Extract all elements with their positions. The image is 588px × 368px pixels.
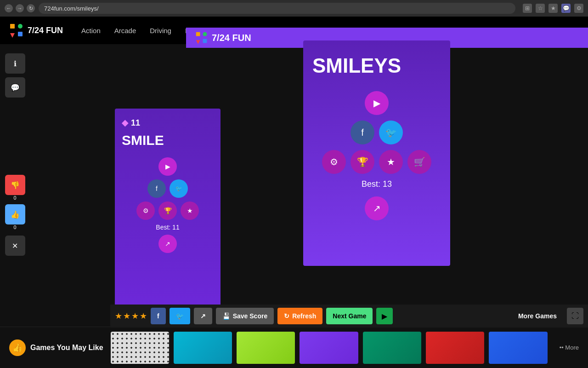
action-row-big: ⚙ 🏆 ★ 🛒	[312, 150, 441, 174]
score-small: ◆ 11	[122, 118, 214, 128]
share-row-big: ↗	[312, 196, 441, 220]
svg-rect-3	[18, 32, 23, 36]
star-1: ★	[115, 311, 122, 321]
twitter-button-big[interactable]: 🐦	[379, 121, 403, 144]
nav-action[interactable]: Action	[81, 27, 101, 34]
game-thumb-4[interactable]	[300, 332, 358, 364]
fullscreen-icon: ⛶	[571, 312, 579, 320]
site-nav: Action Arcade Driving Pu...	[81, 27, 199, 34]
diamond-number-small: 11	[131, 118, 140, 128]
svg-rect-7	[203, 39, 207, 43]
social-row-big: f 🐦	[312, 121, 441, 144]
left-sidebar: ℹ 💬 👎 0 👍 0 ✕	[0, 44, 30, 265]
ext-icon-5[interactable]: ⚙	[574, 4, 583, 13]
close-button[interactable]: ✕	[5, 236, 25, 256]
vote-section: 👎 0 👍 0 ✕	[5, 175, 25, 256]
next-game-button[interactable]: Next Game	[326, 308, 373, 324]
page: 7/24 FUN Action Arcade Driving Pu... Log…	[0, 17, 588, 368]
svg-point-1	[18, 24, 23, 29]
like-group: 👍 0	[5, 204, 25, 230]
game-thumb-2[interactable]	[174, 332, 232, 364]
refresh-button[interactable]: ↻ Refresh	[277, 308, 322, 324]
svg-rect-0	[10, 24, 15, 29]
close-icon: ✕	[12, 242, 18, 250]
like-count: 0	[13, 224, 16, 230]
star-button-big[interactable]: ★	[379, 150, 403, 174]
game-title-big: SMILEYS	[312, 54, 441, 77]
games-section-title: 👍 Games You May Like	[9, 339, 103, 356]
game-card-small: ◆ 11 SMILE ▶ f 🐦 ⚙ 🏆 ★ Best: 11 ↗	[115, 109, 220, 311]
facebook-button-big[interactable]: f	[351, 121, 374, 144]
logo-text: 7/24 FUN	[28, 26, 63, 35]
nav-arcade[interactable]: Arcade	[114, 27, 136, 34]
info-icon: ℹ	[14, 59, 17, 68]
settings-button-big[interactable]: ⚙	[322, 150, 346, 174]
share-button-small[interactable]: ↗	[158, 235, 177, 253]
ext-icon-2[interactable]: ☆	[536, 4, 545, 13]
dislike-button[interactable]: 👎	[5, 175, 25, 195]
games-thumb-icon: 👍	[9, 339, 26, 356]
next-arrow-icon: ▶	[382, 312, 387, 321]
refresh-icon: ↻	[284, 312, 289, 320]
save-score-button[interactable]: 💾 Save Score	[216, 308, 274, 324]
next-label: Next Game	[333, 312, 366, 320]
back-button[interactable]: ←	[5, 4, 13, 12]
info-button[interactable]: ℹ	[5, 53, 25, 74]
diamond-icon-small: ◆	[122, 118, 128, 128]
like-icon: 👍	[11, 210, 20, 219]
refresh-button[interactable]: ↻	[27, 4, 35, 12]
comment-button[interactable]: 💬	[5, 77, 25, 98]
game-thumb-5[interactable]	[363, 332, 421, 364]
share-toolbar-button[interactable]: ↗	[194, 308, 212, 324]
fullscreen-button[interactable]: ⛶	[567, 308, 583, 324]
games-section: 👍 Games You May Like •• More	[0, 327, 588, 368]
best-score-small: Best: 11	[122, 224, 214, 231]
like-button[interactable]: 👍	[5, 204, 25, 224]
more-games-link[interactable]: •• More	[560, 344, 579, 351]
site-logo[interactable]: 7/24 FUN	[9, 23, 63, 38]
twitter-toolbar-button[interactable]: 🐦	[170, 308, 190, 324]
browser-extension-icons: ⊞ ☆ ★ 💬 ⚙	[523, 4, 583, 13]
facebook-toolbar-button[interactable]: f	[151, 308, 166, 324]
right-toolbar: More Games ⛶	[512, 308, 583, 324]
banner-logo-text: 7/24 FUN	[212, 33, 251, 43]
settings-button-small[interactable]: ⚙	[136, 201, 155, 220]
save-icon: 💾	[222, 312, 230, 320]
bottom-toolbar: ★ ★ ★ ★ f 🐦 ↗ 💾 Save Score ↻ Refresh Nex…	[110, 305, 588, 328]
ext-icon-4[interactable]: 💬	[561, 4, 571, 13]
svg-rect-4	[196, 32, 200, 36]
banner-logo-icon	[195, 31, 208, 44]
play-row-big: ▶	[312, 91, 441, 115]
star-button-small[interactable]: ★	[181, 201, 199, 220]
next-game-arrow-button[interactable]: ▶	[376, 308, 393, 324]
svg-marker-6	[196, 40, 200, 44]
star-3: ★	[131, 311, 139, 321]
ext-icon-1[interactable]: ⊞	[523, 4, 532, 13]
play-button-big[interactable]: ▶	[365, 91, 389, 115]
svg-point-5	[203, 32, 207, 36]
svg-marker-2	[10, 33, 15, 38]
cart-button-big[interactable]: 🛒	[407, 150, 431, 174]
twitter-button-small[interactable]: 🐦	[170, 179, 188, 198]
play-row-small: ▶	[122, 157, 214, 176]
game-thumb-3[interactable]	[237, 332, 295, 364]
dislike-icon: 👎	[11, 181, 20, 190]
game-thumb-7[interactable]	[489, 332, 547, 364]
facebook-button-small[interactable]: f	[147, 179, 166, 198]
play-button-small[interactable]: ▶	[158, 157, 177, 176]
game-title-small: SMILE	[122, 132, 214, 148]
more-games-button[interactable]: More Games	[512, 308, 563, 324]
browser-chrome: ← → ↻ 724fun.com/smileys/ ⊞ ☆ ★ 💬 ⚙	[0, 0, 588, 17]
address-bar[interactable]: 724fun.com/smileys/	[39, 3, 515, 14]
leaderboard-button-big[interactable]: 🏆	[351, 150, 374, 174]
stars-group: ★ ★ ★ ★	[115, 311, 147, 321]
game-thumb-1[interactable]	[111, 332, 169, 364]
ext-icon-3[interactable]: ★	[548, 4, 558, 13]
dislike-group: 👎 0	[5, 175, 25, 201]
star-2: ★	[123, 311, 130, 321]
share-button-big[interactable]: ↗	[365, 196, 389, 220]
forward-button[interactable]: →	[16, 4, 24, 12]
leaderboard-button-small[interactable]: 🏆	[158, 201, 177, 220]
nav-driving[interactable]: Driving	[150, 27, 171, 34]
game-thumb-6[interactable]	[426, 332, 484, 364]
